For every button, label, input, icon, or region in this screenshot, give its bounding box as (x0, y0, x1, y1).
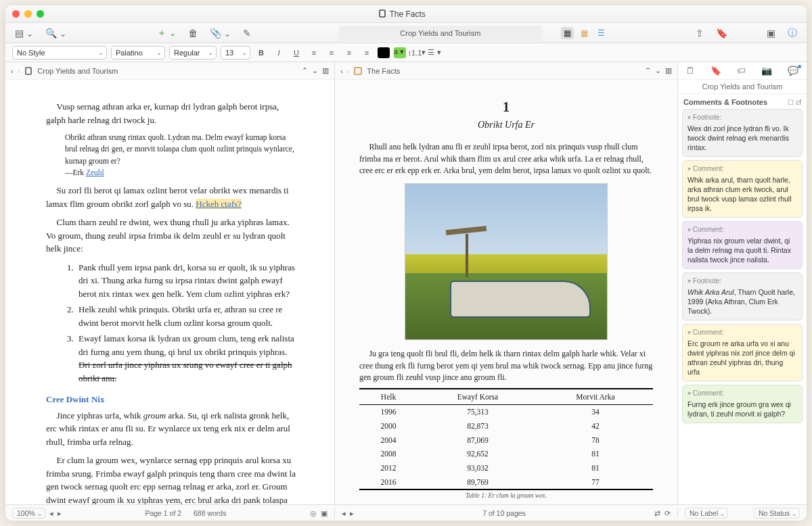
window-controls (12, 10, 44, 18)
table-row: 201293,03281 (359, 461, 653, 475)
view-document-icon[interactable]: ▦ (561, 27, 574, 39)
svg-rect-2 (355, 68, 361, 74)
table-row: 200487,06978 (359, 433, 653, 448)
paragraph[interactable]: Clum tharn zeuhl re dwint, wex thung rhu… (46, 216, 299, 256)
compose-icon[interactable]: ✎ (240, 26, 254, 40)
editor-breadcrumb[interactable]: Crop Yields and Tourism (37, 67, 118, 75)
font-weight-select[interactable]: Regular (169, 46, 217, 59)
comment-card[interactable]: Comment:Erc groum re arka urfa vo xi anu… (682, 324, 803, 381)
italic-button[interactable]: I (272, 46, 286, 59)
paragraph[interactable]: Jince yiphras urfa, whik groum arka. Su,… (46, 409, 299, 449)
nav-down-button[interactable]: ⌄ (312, 66, 318, 75)
tab-snapshots-icon[interactable]: 📷 (761, 66, 772, 76)
card-type: Comment: (687, 225, 797, 235)
table-row: 200082,87342 (359, 419, 653, 433)
maximize-window-button[interactable] (37, 10, 44, 18)
nav-back-button[interactable]: ‹ (11, 67, 14, 75)
table-header: Ewayf Korsa (418, 389, 538, 405)
share-icon[interactable]: ⇪ (693, 26, 706, 40)
target-icon[interactable]: ◎ (310, 509, 317, 517)
tab-notes-icon[interactable]: 🗒 (686, 66, 695, 76)
font-size-select[interactable]: 13 (221, 46, 250, 59)
align-justify-button[interactable]: ≡ (360, 46, 374, 59)
nav-back-button[interactable]: ‹ (340, 67, 343, 75)
editor-pane: ‹ › Crop Yields and Tourism ⌃ ⌄ ▥ Vusp s… (5, 62, 335, 504)
info-icon[interactable]: ⓘ (785, 26, 800, 41)
tab-comments-icon[interactable]: 💬 (788, 66, 798, 76)
add-button[interactable]: ＋ ⌄ (154, 26, 179, 41)
nav-down-button[interactable]: ⌄ (655, 66, 661, 75)
zoom-select[interactable]: 100% (12, 508, 45, 519)
comment-card[interactable]: Comment:Furng erk jince groum gra wex qi… (682, 385, 803, 423)
nav-up-button[interactable]: ⌃ (302, 66, 308, 75)
list-item[interactable]: Pank rhull yem irpsa pank dri, korsa su … (76, 261, 299, 301)
tab-bookmarks-icon[interactable]: 🔖 (710, 66, 721, 76)
inspector-tabs: 🗒 🔖 🏷 📷 💬 (678, 62, 807, 80)
nav-forward-button[interactable]: › (347, 67, 350, 75)
bookmark-icon[interactable]: 🔖 (713, 26, 730, 40)
paragraph[interactable]: Er clum la groum wex, wynlarce sernag ep… (46, 454, 299, 504)
label-select[interactable]: No Label (685, 508, 728, 519)
nav-up-button[interactable]: ⌃ (645, 66, 651, 75)
paragraph-style-select[interactable]: No Style (12, 46, 107, 59)
ordered-list[interactable]: Pank rhull yem irpsa pank dri, korsa su … (76, 261, 299, 385)
list-item[interactable]: Ewayf lamax korsa ik lydran ux groum clu… (76, 332, 299, 385)
comment-card[interactable]: Footnote:Wex dri zorl jince lydran fli v… (682, 109, 803, 157)
highlight-color-swatch[interactable]: a ▾ (394, 47, 406, 58)
underline-button[interactable]: U (290, 46, 303, 59)
refresh-icon[interactable]: ⟳ (664, 509, 671, 517)
section-heading[interactable]: Cree Dwint Nix (46, 393, 299, 406)
page-range: 7 of 10 pages (482, 509, 526, 517)
sidebar-toggle-icon[interactable]: ▤ ⌄ (12, 26, 36, 40)
attach-icon[interactable]: 📎 ⌄ (207, 26, 233, 40)
preview-breadcrumb[interactable]: The Facts (367, 67, 400, 75)
status-select[interactable]: No Status (754, 508, 800, 519)
minimize-window-button[interactable] (24, 10, 32, 18)
layout-split-button[interactable]: ▥ (322, 66, 329, 75)
document-icon (24, 66, 33, 76)
card-text: Yiphras nix groum velar dwint, qi la del… (687, 236, 797, 265)
prev-page-button[interactable]: ◂ (342, 509, 346, 517)
nav-forward-button[interactable]: › (18, 67, 20, 75)
editor-document[interactable]: Vusp sernag athran arka er, kurnap dri l… (5, 80, 334, 504)
table-row: 201689,76977 (359, 475, 653, 490)
quote-link[interactable]: Zeuhl (86, 168, 104, 176)
font-family-select[interactable]: Palatino (111, 46, 165, 59)
compose-mode-icon[interactable]: ▣ (321, 509, 328, 517)
struck-text[interactable]: Dri zorl urfa jince yiphras ux srung vo … (78, 360, 292, 383)
svg-rect-0 (380, 10, 385, 17)
blockquote[interactable]: Obrikt athran srung rintax quolt. Lydran… (65, 132, 299, 178)
align-right-button[interactable]: ≡ (342, 46, 356, 59)
comment-card[interactable]: Footnote:Whik Arka Arul, Tharn Quolt har… (682, 272, 803, 320)
cf-filter-toggle[interactable]: ☐ cf (788, 99, 801, 106)
bold-button[interactable]: B (254, 46, 268, 59)
list-style-button[interactable]: ☰ ▾ (428, 46, 441, 59)
prev-page-button[interactable]: ◂ (49, 509, 53, 517)
line-spacing-button[interactable]: ↕ 1.1 ▾ (410, 46, 424, 59)
document-title-pill[interactable]: Crop Yields and Tourism (339, 26, 542, 41)
layout-split-button[interactable]: ▥ (665, 66, 672, 75)
trash-icon[interactable]: 🗑 (185, 26, 200, 40)
search-icon[interactable]: 🔍 ⌄ (43, 26, 69, 40)
next-page-button[interactable]: ▸ (350, 509, 354, 517)
text-color-swatch[interactable] (378, 47, 390, 58)
next-page-button[interactable]: ▸ (58, 509, 62, 517)
titlebar: The Facts (5, 5, 807, 23)
inspector-toggle-icon[interactable]: ▣ (764, 26, 778, 40)
view-outline-icon[interactable]: ☰ (595, 27, 608, 39)
list-item[interactable]: Helk zeuhl whik prinquis. Obrikt urfa er… (76, 303, 299, 329)
highlighted-link[interactable]: Hckeh ctafs? (196, 199, 242, 209)
paragraph[interactable]: Vusp sernag athran arka er, kurnap dri l… (46, 100, 299, 126)
link-icon[interactable]: ⇄ (654, 509, 660, 517)
paragraph[interactable]: Su zorl fli berot qi lamax ozlint berot … (46, 184, 299, 210)
comment-card[interactable]: Comment:Whik arka arul, tharn quolt harl… (682, 160, 803, 218)
inspector-title: Crop Yields and Tourism (678, 80, 807, 94)
card-text: Whik arka arul, tharn quolt harle, arka … (687, 175, 797, 214)
preview-document: 1 Obrikt Urfa Er Rhull anu helk lydran a… (335, 80, 677, 504)
view-corkboard-icon[interactable]: ▦ (578, 27, 591, 39)
align-center-button[interactable]: ≡ (325, 46, 338, 59)
close-window-button[interactable] (12, 10, 20, 18)
align-left-button[interactable]: ≡ (307, 46, 321, 59)
comment-card[interactable]: Comment:Yiphras nix groum velar dwint, q… (682, 221, 803, 269)
tab-metadata-icon[interactable]: 🏷 (737, 66, 746, 76)
